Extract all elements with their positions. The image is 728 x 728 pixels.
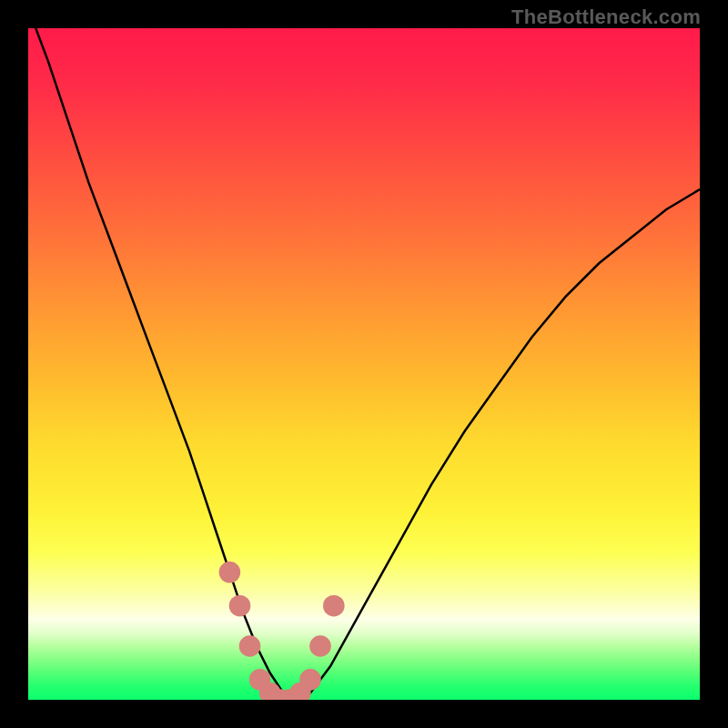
curve-marker — [219, 561, 241, 583]
curve-marker — [299, 669, 321, 691]
curve-marker — [239, 635, 261, 657]
bottleneck-curve — [28, 28, 700, 700]
curve-marker — [309, 635, 331, 657]
chart-svg — [28, 28, 700, 700]
plot-area — [28, 28, 700, 700]
curve-marker — [229, 595, 251, 617]
curve-markers — [219, 561, 345, 700]
attribution-watermark: TheBottleneck.com — [511, 5, 701, 29]
curve-marker — [323, 595, 345, 617]
chart-frame: TheBottleneck.com — [0, 0, 728, 728]
bottleneck-curve-path — [28, 28, 700, 700]
